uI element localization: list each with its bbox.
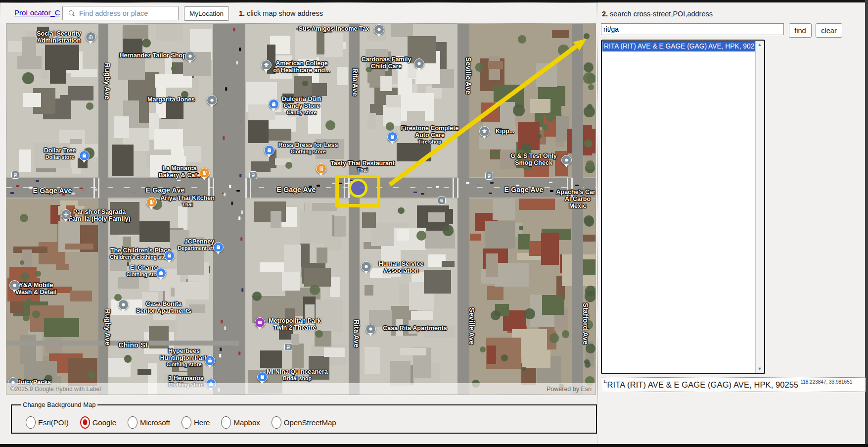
- map-attribution: ©2025.9 Google Hybrid with LabelPowered …: [6, 383, 595, 395]
- poi-label: The Children's PlaceChildren's clothing …: [110, 248, 171, 260]
- radio-icon[interactable]: [26, 416, 36, 429]
- scroll-down-icon[interactable]: ▼: [756, 365, 764, 373]
- poi-label: Margarita Jones: [147, 97, 195, 103]
- result-coordinates: 118.223847, 33.981651: [800, 379, 852, 385]
- map-decor: [317, 248, 327, 263]
- poi-label: La MonarcaBakery & Cafe: [159, 165, 201, 179]
- map-decor: [584, 62, 594, 72]
- background-map-legend: Change Background Map: [21, 401, 97, 408]
- top-toolbar: ProLocator_C Find address or place MyLoc…: [0, 2, 596, 23]
- radio-option-mapbox[interactable]: Mapbox: [221, 416, 260, 429]
- bus-stop-icon: [485, 172, 493, 180]
- find-button[interactable]: find: [789, 23, 812, 38]
- scroll-up-icon[interactable]: ▲: [756, 41, 764, 49]
- listbox-scrollbar[interactable]: ▲ ▼: [755, 41, 764, 373]
- map-decor: [155, 74, 191, 87]
- map-decor: [242, 288, 244, 292]
- fork-pin-icon: [199, 168, 210, 178]
- poi-label: Y&A MobileWash & Detail: [16, 282, 57, 296]
- map-decor: [442, 261, 454, 267]
- dot-pin-icon: [361, 261, 371, 272]
- map-decor: [220, 354, 222, 358]
- my-location-button[interactable]: MyLocation: [184, 6, 229, 21]
- map-decor: [542, 124, 548, 131]
- map-decor: [466, 182, 469, 184]
- map-decor: [550, 190, 553, 192]
- map-decor: [490, 182, 494, 184]
- map-decor: [36, 180, 39, 182]
- bag-pin-icon: [164, 250, 175, 261]
- map-decor: [302, 81, 308, 86]
- map-decor: [221, 320, 223, 323]
- bus-stop-icon: [249, 171, 257, 179]
- map-canvas[interactable]: E Gage AveE Gage AveE Gage AveE Gage Ave…: [6, 23, 596, 395]
- map-decor: [239, 120, 241, 123]
- radio-label: OpenStreetMap: [284, 418, 336, 427]
- radio-label: Google: [92, 418, 116, 427]
- map-decor: [189, 304, 205, 313]
- map-decor: [436, 186, 439, 188]
- results-listbox[interactable]: RITA (RIT) AVE & E GAGE (GAG) AVE, HPK, …: [601, 40, 765, 374]
- map-decor: [365, 285, 373, 295]
- poi-label: Parish of SagradaFamilia (Holy Family): [68, 209, 130, 223]
- street-label: E Gage Ave: [504, 186, 544, 194]
- map-decor: [132, 192, 135, 194]
- prolocator-app: ProLocator_C Find address or place MyLoc…: [0, 0, 868, 447]
- poi-label: Apache's CarnAl CarboMexic: [556, 189, 596, 209]
- map-decor: [486, 253, 498, 277]
- map-decor: [480, 347, 486, 352]
- map-decor: [68, 86, 94, 100]
- step2-instruction: 2.search cross-street,POI,address: [602, 10, 713, 18]
- radio-icon[interactable]: [128, 416, 137, 429]
- map-decor: [142, 39, 151, 48]
- radio-option-microsoft[interactable]: Microsoft: [128, 416, 170, 429]
- address-search-box[interactable]: Find address or place: [62, 6, 179, 20]
- radio-icon[interactable]: [182, 416, 191, 429]
- radio-icon[interactable]: [221, 416, 231, 429]
- clear-button[interactable]: clear: [816, 23, 842, 38]
- map-decor: [229, 185, 231, 188]
- location-marker[interactable]: [349, 179, 367, 198]
- map-decor: [23, 93, 41, 107]
- map-decor: [495, 263, 529, 287]
- map-decor: [386, 122, 394, 131]
- map-decor: [241, 210, 243, 214]
- bag-pin-icon: [213, 242, 224, 252]
- cross-street-input[interactable]: [601, 23, 784, 35]
- map-decor: [44, 318, 79, 337]
- street-label: Stafford Ave: [581, 303, 589, 345]
- map-decor: [35, 271, 41, 277]
- prolocator-link[interactable]: ProLocator_C: [14, 8, 60, 17]
- map-decor: [231, 201, 233, 205]
- map-decor: [300, 211, 332, 244]
- map-decor: [291, 334, 299, 345]
- map-decor: [332, 183, 335, 185]
- map-decor: [524, 308, 535, 319]
- map-decor: [362, 212, 376, 228]
- radio-label: Mapbox: [233, 418, 260, 427]
- street-label: Rita Ave: [351, 68, 358, 97]
- map-decor: [251, 189, 254, 191]
- map-decor: [94, 189, 97, 191]
- radio-option-google[interactable]: Google: [80, 416, 116, 429]
- street-label: E Gage Ave: [33, 187, 72, 195]
- map-decor: [137, 369, 151, 375]
- map-decor: [584, 140, 592, 148]
- bag-pin-icon: [269, 99, 279, 109]
- attribution-google: ©2025.9 Google Hybrid with Label: [10, 386, 101, 393]
- result-list-item[interactable]: RITA (RIT) AVE & E GAGE (GAG) AVE, HPK, …: [602, 41, 756, 51]
- map-decor: [443, 225, 454, 236]
- result-address: RITA (RIT) AVE & E GAGE (GAG) AVE, HPK, …: [607, 380, 799, 390]
- poi-label: Dollar TreeDollar store: [44, 148, 76, 160]
- map-decor: [397, 143, 431, 161]
- map-decor: [493, 199, 515, 220]
- radio-option-here[interactable]: Here: [182, 416, 210, 429]
- radio-option-openstreetmap[interactable]: OpenStreetMap: [272, 416, 336, 429]
- map-decor: [118, 277, 139, 288]
- radio-selected-icon[interactable]: [80, 416, 90, 429]
- radio-option-esripoi[interactable]: Esri(POI): [26, 416, 69, 429]
- map-decor: [233, 28, 235, 31]
- radio-icon[interactable]: [272, 416, 281, 429]
- poi-label: Firestone CompleteAuto CareTire shop: [401, 125, 459, 145]
- map-decor: [407, 111, 425, 126]
